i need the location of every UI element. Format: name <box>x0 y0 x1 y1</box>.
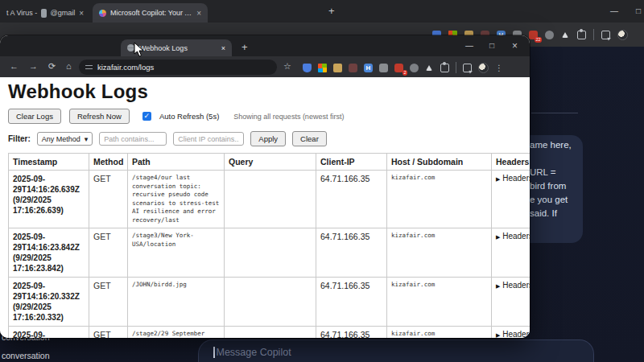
log-path: /stage4/our last conversation topic: rec… <box>128 171 225 228</box>
message-divider <box>531 113 578 113</box>
ext-microsoft-icon[interactable] <box>318 64 327 72</box>
notification-badge: 22 <box>535 37 542 43</box>
auto-refresh-label: Auto Refresh (5s) <box>159 112 219 121</box>
webhook-toolbar: ← → ⟳ ⌂ kizafair.com/logs ☆ H 2 <box>0 56 530 77</box>
chevron-down-icon: ▾ <box>85 135 89 143</box>
site-info-icon[interactable] <box>85 64 93 71</box>
log-client-ip: 64.71.166.35 <box>316 171 387 228</box>
apply-button[interactable]: Apply <box>250 131 286 146</box>
ext-circle-icon[interactable] <box>410 64 419 72</box>
log-client-ip: 64.71.166.35 <box>316 327 387 339</box>
background-tab-gmail[interactable]: t A Virus - @gmail × <box>0 3 90 23</box>
log-query <box>225 278 316 327</box>
headers-label: Headers <box>502 232 530 241</box>
notification-badge: 2 <box>402 70 407 76</box>
maximize-icon[interactable]: □ <box>489 41 494 50</box>
tab-title: Microsoft Copilot: Your AI com <box>110 9 192 17</box>
log-method: GET <box>89 327 128 339</box>
column-header: Path <box>128 154 225 171</box>
ext-badge-icon[interactable]: 22 <box>529 31 538 39</box>
expand-icon: ▶ <box>496 176 500 182</box>
new-tab-icon[interactable]: + <box>328 5 335 17</box>
minimize-icon[interactable]: — <box>465 41 473 50</box>
table-row: 2025-09-29T14:16:20.332Z (9/29/2025 17:1… <box>9 278 530 327</box>
auto-refresh-checkbox[interactable]: ✓ <box>142 112 151 121</box>
page-title: Webhook Logs <box>8 80 148 103</box>
user-message-text: ame here,URL =bird frome you getsaid. If <box>530 138 642 220</box>
sidebar-item-conversation[interactable]: conversation <box>2 351 50 360</box>
column-header: Client-IP <box>316 154 387 171</box>
background-tab-copilot[interactable]: Microsoft Copilot: Your AI com × <box>93 3 208 23</box>
capture-icon[interactable] <box>463 64 472 72</box>
refresh-now-button[interactable]: Refresh Now <box>69 109 130 124</box>
new-tab-icon[interactable]: + <box>242 41 248 53</box>
log-host: kizafair.com <box>387 171 492 228</box>
tab-close-icon[interactable]: × <box>196 9 201 18</box>
tab-close-icon[interactable]: × <box>221 44 225 52</box>
maximize-icon[interactable]: □ <box>636 6 641 15</box>
copilot-favicon-icon <box>99 10 106 17</box>
headers-label: Headers <box>502 330 530 338</box>
log-query <box>225 171 316 228</box>
method-select[interactable]: Any Method ▾ <box>37 132 93 146</box>
log-host: kizafair.com <box>387 278 492 327</box>
log-timestamp: 2025-09-29T14:16:20.332Z (9/29/2025 17:1… <box>9 278 89 327</box>
column-header: Method <box>89 154 128 171</box>
home-icon[interactable]: ⌂ <box>66 61 72 71</box>
logs-table-wrap: TimestampMethodPathQueryClient-IPHost / … <box>8 153 530 338</box>
filter-label: Filter: <box>8 134 31 143</box>
headers-toggle[interactable]: ▶ Headers <box>492 171 530 228</box>
url-text: kizafair.com/logs <box>97 63 154 72</box>
back-icon[interactable]: ← <box>10 61 19 71</box>
table-header-row: TimestampMethodPathQueryClient-IPHost / … <box>9 154 530 171</box>
expand-icon: ▶ <box>496 332 500 338</box>
extensions-puzzle-icon[interactable] <box>577 31 586 39</box>
minimize-icon[interactable]: — <box>610 6 618 15</box>
avast-icon[interactable] <box>561 31 570 39</box>
browser-menu-icon[interactable]: ⋮ <box>495 64 503 72</box>
ext-app-icon[interactable] <box>333 64 342 72</box>
ext-shield-icon[interactable] <box>303 64 312 72</box>
ext-badge-icon[interactable]: 2 <box>394 64 403 72</box>
headers-label: Headers <box>502 174 530 183</box>
ip-filter-input[interactable] <box>173 132 244 146</box>
log-query <box>225 327 316 339</box>
clear-filter-button[interactable]: Clear <box>292 131 327 146</box>
close-icon[interactable]: × <box>512 40 518 51</box>
headers-toggle[interactable]: ▶ Headers <box>492 278 530 327</box>
table-row: 2025-09-29T14:16:16.330Z (9/29/2025 17:1… <box>9 327 530 339</box>
address-bar[interactable]: kizafair.com/logs <box>79 60 277 75</box>
message-line: bird from <box>530 179 642 193</box>
ext-circle-icon[interactable] <box>545 31 554 39</box>
table-row: 2025-09-29T14:16:23.842Z (9/29/2025 17:1… <box>9 228 530 278</box>
forward-icon[interactable]: → <box>29 61 38 71</box>
message-line: URL = <box>530 166 642 179</box>
ext-h-icon[interactable]: H <box>364 64 373 72</box>
table-body: 2025-09-29T14:16:26.639Z (9/29/2025 17:1… <box>9 171 530 339</box>
redacted-email <box>41 9 46 18</box>
message-line: e you get <box>530 193 642 207</box>
filter-row: Filter: Any Method ▾ Apply Clear <box>8 131 327 146</box>
mouse-cursor <box>134 42 144 57</box>
path-filter-input[interactable] <box>99 132 167 146</box>
capture-icon[interactable] <box>601 31 610 39</box>
headers-toggle[interactable]: ▶ Headers <box>492 228 530 278</box>
tab-close-icon[interactable]: × <box>79 9 84 18</box>
ext-dark-icon[interactable] <box>349 64 357 72</box>
profile-avatar[interactable] <box>478 63 489 73</box>
log-path: /stage3/New York-USA/location <box>128 228 225 278</box>
bookmark-star-icon[interactable]: ☆ <box>283 61 291 72</box>
message-line: ame here, <box>530 138 642 152</box>
clear-logs-button[interactable]: Clear Logs <box>8 109 61 124</box>
profile-avatar[interactable] <box>617 30 628 40</box>
method-select-value: Any Method <box>42 135 80 143</box>
extensions-puzzle-icon[interactable] <box>440 64 449 72</box>
reload-icon[interactable]: ⟳ <box>48 61 56 72</box>
tab-title: Webhook Logs <box>139 44 217 52</box>
log-timestamp: 2025-09-29T14:16:16.330Z (9/29/2025 17:1… <box>9 327 89 339</box>
ext-grey-icon[interactable] <box>379 64 388 72</box>
copilot-composer[interactable]: Message Copilot <box>198 339 594 362</box>
avast-icon[interactable] <box>425 64 434 72</box>
headers-toggle[interactable]: ▶ Headers <box>492 327 530 339</box>
log-path: /stage2/29 September 2025, 17:16 <box>128 327 225 339</box>
